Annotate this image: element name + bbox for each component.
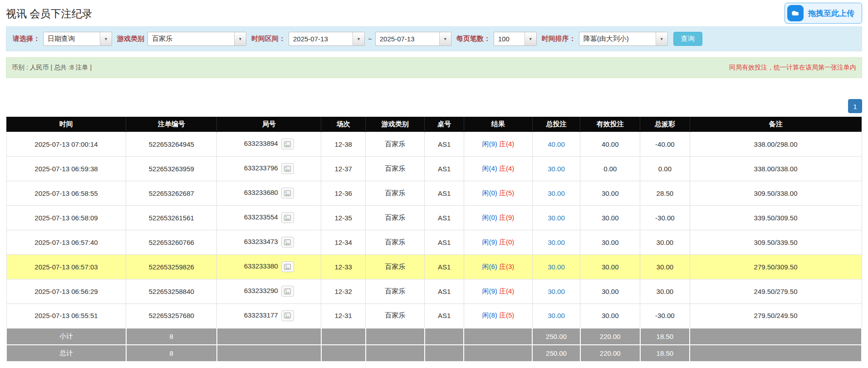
total-bet-link[interactable]: 30.00 (548, 263, 565, 271)
total-row: 总计8250.00220.0018.50 (6, 345, 862, 362)
cell-payout: -30.00 (640, 205, 690, 230)
result-banker: 庄(0) (499, 238, 514, 246)
chevron-down-icon[interactable]: ▼ (100, 32, 112, 45)
result-banker: 庄(9) (499, 214, 514, 221)
cell-table-no: AS1 (425, 156, 464, 181)
result-player: 闲(6) (482, 263, 497, 270)
result-player: 闲(0) (482, 214, 497, 221)
cell-valid-bet: 30.00 (580, 254, 640, 279)
cell-game-type: 百家乐 (366, 181, 425, 205)
table-row[interactable]: 2025-07-13 06:58:09522653261561633233554… (6, 205, 862, 230)
video-replay-icon[interactable] (281, 139, 294, 149)
chevron-down-icon[interactable]: ▼ (439, 32, 451, 45)
table-row[interactable]: 2025-07-13 06:56:29522653258840633233290… (6, 279, 862, 303)
result-player: 闲(8) (482, 311, 497, 319)
video-replay-icon[interactable] (281, 188, 294, 199)
total-bet-link[interactable]: 30.00 (548, 189, 565, 197)
cell-round: 633233380 (217, 254, 321, 279)
page-size-select[interactable]: 100 ▼ (494, 32, 537, 46)
cell-valid-bet: 30.00 (580, 303, 640, 328)
column-header-6: 结果 (464, 117, 532, 132)
cell-payout: 30.00 (640, 230, 690, 254)
total-bet-link[interactable]: 30.00 (548, 165, 565, 173)
pagination-page-1[interactable]: 1 (848, 99, 862, 113)
result-player: 闲(4) (482, 164, 497, 172)
total-bet-link[interactable]: 30.00 (548, 214, 565, 222)
video-replay-icon[interactable] (281, 237, 294, 248)
cell-total-bet: 30.00 (532, 254, 580, 279)
column-header-10: 备注 (690, 117, 862, 132)
cell-time: 2025-07-13 06:55:51 (6, 303, 126, 328)
total-bet-link[interactable]: 30.00 (548, 312, 565, 319)
round-number: 633233290 (244, 287, 278, 294)
cell-round: 633233894 (217, 132, 321, 156)
footer-cell-4 (366, 345, 425, 362)
search-button[interactable]: 查询 (673, 32, 702, 46)
table-row[interactable]: 2025-07-13 07:00:14522653264945633233894… (6, 132, 862, 156)
cell-valid-bet: 30.00 (580, 279, 640, 303)
footer-cell-6 (464, 328, 532, 345)
upload-dropzone-button[interactable]: 拖拽至此上传 (785, 3, 862, 24)
game-type-select[interactable]: 百家乐 ▼ (147, 32, 246, 46)
cell-payout: 28.50 (640, 181, 690, 205)
table-row[interactable]: 2025-07-13 06:57:40522653260766633233473… (6, 230, 862, 254)
query-type-select[interactable]: 日期查询 ▼ (43, 32, 112, 46)
chevron-down-icon[interactable]: ▼ (353, 32, 364, 45)
round-number: 633233796 (244, 164, 278, 172)
cell-session: 12-34 (321, 230, 366, 254)
table-row[interactable]: 2025-07-13 06:59:38522653263959633233796… (6, 156, 862, 181)
round-number: 633233894 (244, 139, 278, 147)
video-replay-icon[interactable] (281, 310, 294, 321)
table-row[interactable]: 2025-07-13 06:55:51522653257680633233177… (6, 303, 862, 328)
cell-session: 12-38 (321, 132, 366, 156)
cell-payout: -40.00 (640, 132, 690, 156)
cell-total-bet: 30.00 (532, 156, 580, 181)
date-from-select[interactable]: 2025-07-13 ▼ (289, 32, 365, 46)
column-header-5: 桌号 (425, 117, 464, 132)
cell-bet-id: 522653264945 (126, 132, 217, 156)
cell-result: 闲(9) 庄(4) (464, 132, 532, 156)
video-replay-icon[interactable] (281, 286, 294, 297)
cell-time: 2025-07-13 06:58:09 (6, 205, 126, 230)
video-replay-icon[interactable] (281, 212, 294, 223)
query-type-value: 日期查询 (44, 32, 100, 45)
date-range-label: 时间区间： (251, 35, 285, 43)
total-bet-link[interactable]: 40.00 (548, 140, 565, 148)
cell-table-no: AS1 (425, 205, 464, 230)
date-to-select[interactable]: 2025-07-13 ▼ (375, 32, 451, 46)
round-number: 633233680 (244, 189, 278, 196)
total-bet-link[interactable]: 30.00 (548, 288, 565, 295)
table-row-selected[interactable]: 2025-07-13 06:57:03522653259826633233380… (6, 254, 862, 279)
cell-session: 12-37 (321, 156, 366, 181)
cell-round: 633233680 (217, 181, 321, 205)
subtotal-row: 小计8250.00220.0018.50 (6, 328, 862, 345)
chevron-down-icon[interactable]: ▼ (234, 32, 246, 45)
footer-cell-10 (690, 328, 862, 345)
sort-order-select[interactable]: 降冪(由大到小) ▼ (579, 32, 668, 46)
footer-cell-9: 18.50 (640, 345, 690, 362)
cell-bet-id: 522653257680 (126, 303, 217, 328)
cell-round: 633233554 (217, 205, 321, 230)
cell-time: 2025-07-13 06:57:03 (6, 254, 126, 279)
query-type-label: 请选择： (13, 35, 40, 43)
cell-table-no: AS1 (425, 303, 464, 328)
footer-cell-9: 18.50 (640, 328, 690, 345)
chevron-down-icon[interactable]: ▼ (656, 32, 667, 45)
video-replay-icon[interactable] (281, 261, 294, 272)
page-size-label: 每页笔数： (456, 35, 490, 43)
chevron-down-icon[interactable]: ▼ (525, 32, 536, 45)
date-to-value: 2025-07-13 (376, 32, 439, 45)
game-type-value: 百家乐 (148, 32, 234, 45)
table-row[interactable]: 2025-07-13 06:58:55522653262687633233680… (6, 181, 862, 205)
footer-cell-0: 总计 (6, 345, 126, 362)
cell-payout: 0.00 (640, 156, 690, 181)
video-replay-icon[interactable] (281, 163, 294, 174)
cell-game-type: 百家乐 (366, 132, 425, 156)
cell-payout: 30.00 (640, 254, 690, 279)
cell-bet-id: 522653263959 (126, 156, 217, 181)
cell-total-bet: 30.00 (532, 181, 580, 205)
cell-remark: 309.50/339.50 (690, 230, 862, 254)
footer-cell-5 (425, 345, 464, 362)
footer-cell-1: 8 (126, 345, 217, 362)
total-bet-link[interactable]: 30.00 (548, 239, 565, 246)
